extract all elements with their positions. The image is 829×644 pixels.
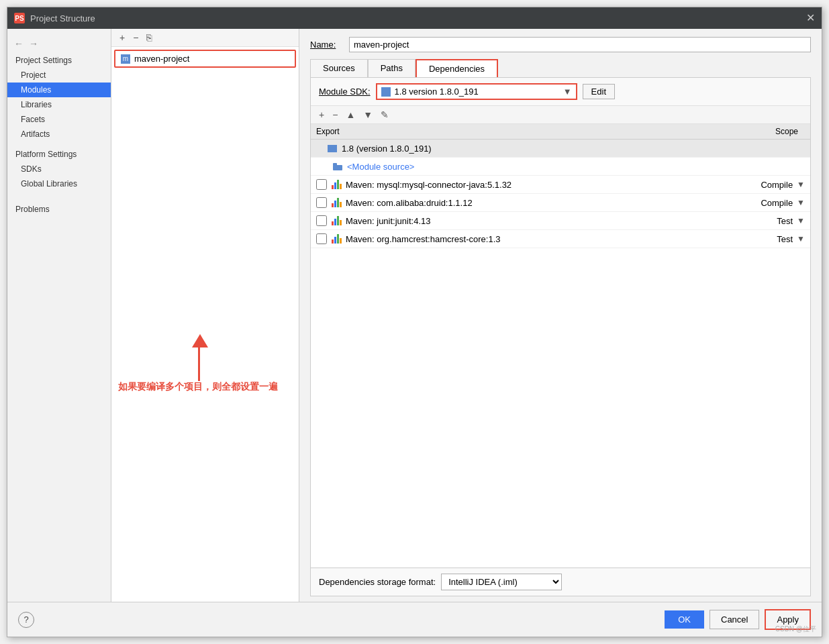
storage-label: Dependencies storage format: xyxy=(319,577,436,587)
tab-sources[interactable]: Sources xyxy=(310,59,368,77)
sdk-dep-icon xyxy=(327,143,338,154)
copy-module-button[interactable]: ⎘ xyxy=(144,32,154,44)
bottom-bar: ? OK Cancel Apply xyxy=(7,602,822,637)
move-up-button[interactable]: ▲ xyxy=(343,109,358,121)
name-label: Name: xyxy=(310,40,344,50)
annotation-area: 如果要编译多个项目，则全都设置一遍 xyxy=(111,327,299,602)
dep-row-sdk[interactable]: 1.8 (version 1.8.0_191) xyxy=(311,140,810,158)
sidebar-item-libraries[interactable]: Libraries xyxy=(7,97,111,112)
close-button[interactable]: ✕ xyxy=(806,13,815,23)
module-list: m maven-project xyxy=(111,47,299,327)
dep-junit-scope-dropdown[interactable]: ▼ xyxy=(797,216,805,225)
tab-content: Module SDK: 1.8 version 1.8.0_191 ▼ Edit… xyxy=(310,77,811,596)
sidebar-item-artifacts[interactable]: Artifacts xyxy=(7,127,111,142)
dep-toolbar: + − ▲ ▼ ✎ xyxy=(311,106,810,124)
maven-icon-mysql xyxy=(331,179,342,190)
sdk-row: Module SDK: 1.8 version 1.8.0_191 ▼ Edit xyxy=(311,78,810,106)
dep-druid-scope-dropdown[interactable]: ▼ xyxy=(797,198,805,207)
cancel-button[interactable]: Cancel xyxy=(710,610,759,629)
middle-panel: + − ⎘ m maven-project 如果要编译多个项目，则全都设置一遍 xyxy=(111,29,299,602)
back-button[interactable]: ← xyxy=(13,37,25,50)
forward-button[interactable]: → xyxy=(28,37,40,50)
storage-format-row: Dependencies storage format: IntelliJ ID… xyxy=(311,568,810,596)
sidebar-item-sdks[interactable]: SDKs xyxy=(7,162,111,176)
dep-row-mysql[interactable]: Maven: mysql:mysql-connector-java:5.1.32… xyxy=(311,176,810,194)
right-panel: Name: Sources Paths Dependencies Module … xyxy=(299,29,822,602)
module-name: maven-project xyxy=(134,54,189,64)
sdk-value: 1.8 version 1.8.0_191 xyxy=(395,87,479,97)
sidebar-item-facets[interactable]: Facets xyxy=(7,112,111,127)
name-row: Name: xyxy=(310,37,811,52)
module-source-icon xyxy=(332,161,343,172)
maven-icon-druid xyxy=(331,197,342,208)
project-structure-dialog: PS Project Structure ✕ ← → Project Setti… xyxy=(7,7,822,637)
arrow-up xyxy=(192,334,208,347)
dep-sdk-name: 1.8 (version 1.8.0_191) xyxy=(342,144,805,154)
remove-module-button[interactable]: − xyxy=(130,32,141,44)
module-item-maven[interactable]: m maven-project xyxy=(114,50,296,68)
arrow-line xyxy=(198,347,200,381)
dep-hamcrest-scope: Test xyxy=(742,234,795,244)
sdk-small-icon xyxy=(328,145,337,152)
dep-checkbox-mysql[interactable] xyxy=(316,179,327,190)
ok-button[interactable]: OK xyxy=(665,610,704,629)
sdk-icon xyxy=(381,87,391,97)
col-scope-header: Scope xyxy=(775,127,805,136)
dep-row-druid[interactable]: Maven: com.alibaba:druid:1.1.12 Compile … xyxy=(311,194,810,212)
sidebar-item-project[interactable]: Project xyxy=(7,68,111,83)
add-dep-button[interactable]: + xyxy=(316,109,327,121)
svg-rect-1 xyxy=(333,163,337,166)
sidebar-item-modules[interactable]: Modules xyxy=(7,83,111,97)
add-module-button[interactable]: + xyxy=(117,32,128,44)
dep-junit-scope: Test xyxy=(742,216,795,226)
dep-module-source-name: <Module source> xyxy=(347,162,805,172)
storage-select[interactable]: IntelliJ IDEA (.iml) xyxy=(441,574,562,590)
help-button[interactable]: ? xyxy=(18,612,34,628)
dep-druid-scope: Compile xyxy=(742,198,795,208)
sidebar: ← → Project Settings Project Modules Lib… xyxy=(7,29,111,602)
dep-hamcrest-scope-dropdown[interactable]: ▼ xyxy=(797,234,805,244)
dep-table-header: Export Scope xyxy=(311,124,810,140)
title-bar: PS Project Structure ✕ xyxy=(7,7,822,29)
tabs-row: Sources Paths Dependencies xyxy=(310,59,811,77)
project-settings-label: Project Settings xyxy=(7,53,111,68)
problems-label: Problems xyxy=(7,202,111,217)
dialog-body: ← → Project Settings Project Modules Lib… xyxy=(7,29,822,637)
col-export-header: Export xyxy=(316,127,397,136)
dep-checkbox-druid[interactable] xyxy=(316,197,327,208)
middle-toolbar: + − ⎘ xyxy=(111,29,299,47)
sidebar-item-global-libraries[interactable]: Global Libraries xyxy=(7,176,111,191)
maven-icon-junit xyxy=(331,215,342,226)
module-icon: m xyxy=(121,54,130,64)
tab-paths[interactable]: Paths xyxy=(368,59,416,77)
sdk-dropdown[interactable]: 1.8 version 1.8.0_191 ▼ xyxy=(376,83,577,100)
nav-back-fwd: ← → xyxy=(7,34,111,53)
dep-row-junit[interactable]: Maven: junit:junit:4.13 Test ▼ xyxy=(311,212,810,230)
dep-mysql-scope-dropdown[interactable]: ▼ xyxy=(797,180,805,189)
platform-settings-label: Platform Settings xyxy=(7,147,111,162)
edit-sdk-button[interactable]: Edit xyxy=(583,84,615,99)
dep-junit-name: Maven: junit:junit:4.13 xyxy=(346,216,742,226)
dialog-title: Project Structure xyxy=(30,13,95,23)
dep-hamcrest-name: Maven: org.hamcrest:hamcrest-core:1.3 xyxy=(346,234,742,244)
dep-mysql-name: Maven: mysql:mysql-connector-java:5.1.32 xyxy=(346,180,742,190)
remove-dep-button[interactable]: − xyxy=(330,109,340,121)
dep-row-hamcrest[interactable]: Maven: org.hamcrest:hamcrest-core:1.3 Te… xyxy=(311,230,810,248)
maven-icon-hamcrest xyxy=(331,233,342,244)
edit-dep-button[interactable]: ✎ xyxy=(378,109,391,121)
app-icon: PS xyxy=(14,13,25,23)
tab-dependencies[interactable]: Dependencies xyxy=(416,59,498,77)
module-name-input[interactable] xyxy=(349,37,811,52)
sdk-label: Module SDK: xyxy=(319,87,371,97)
dep-druid-name: Maven: com.alibaba:druid:1.1.12 xyxy=(346,198,742,208)
dep-row-module-source[interactable]: <Module source> xyxy=(311,158,810,176)
svg-rect-0 xyxy=(333,165,342,170)
dep-mysql-scope: Compile xyxy=(742,180,795,190)
dep-checkbox-hamcrest[interactable] xyxy=(316,233,327,244)
title-bar-left: PS Project Structure xyxy=(14,13,95,23)
dep-table: Export Scope 1.8 (version 1.8.0_191) xyxy=(311,124,810,568)
move-down-button[interactable]: ▼ xyxy=(360,109,375,121)
dep-checkbox-junit[interactable] xyxy=(316,215,327,226)
annotation-text: 如果要编译多个项目，则全都设置一遍 xyxy=(118,381,278,393)
dropdown-arrow-icon: ▼ xyxy=(563,87,572,97)
